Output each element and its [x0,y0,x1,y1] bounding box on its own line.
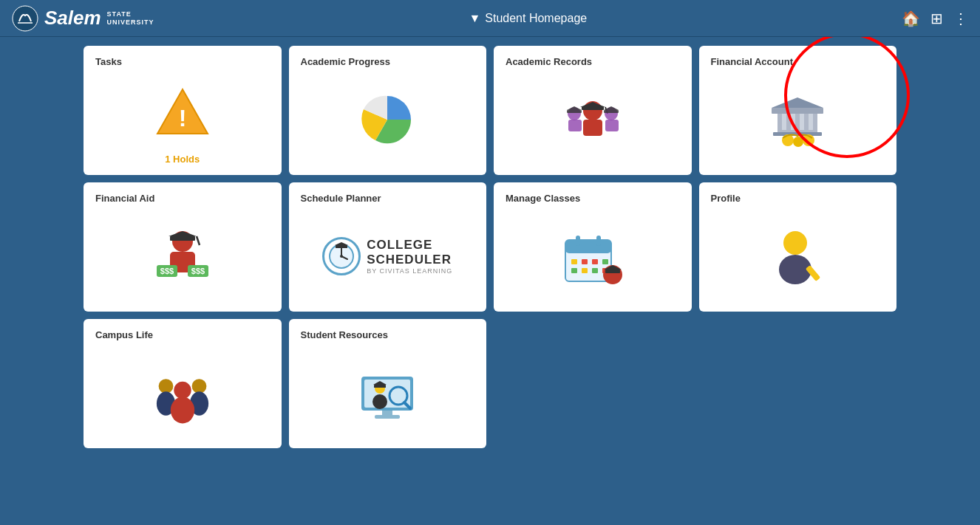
tile-academic-progress-icon-area [301,75,475,165]
svg-marker-11 [567,106,582,110]
svg-rect-10 [567,110,582,113]
svg-point-66 [171,397,194,423]
svg-rect-55 [605,270,620,273]
svg-rect-14 [604,110,619,113]
financial-aid-icon: $$$ $$$ [149,225,216,288]
tile-academic-records-icon-area [506,75,680,165]
tile-campus-life-title: Campus Life [95,329,153,340]
main-content: Tasks ! 1 Holds Academic Progress [0,37,980,525]
page-title: Student Homepage [485,12,587,25]
tile-financial-aid-icon-area: $$$ $$$ [95,211,270,301]
header-actions: 🏠 ⊞ ⋮ [902,10,968,27]
more-icon[interactable]: ⋮ [953,10,968,27]
tile-schedule-planner[interactable]: Schedule Planner [289,182,487,312]
tile-profile-icon-area [711,211,885,301]
tile-academic-records[interactable]: Academic Records [494,46,692,175]
tile-financial-account[interactable]: Financial Account [699,46,897,175]
svg-rect-45 [596,236,601,246]
holds-badge: 1 Holds [95,154,270,165]
svg-point-57 [783,231,807,255]
svg-marker-18 [772,97,823,108]
svg-point-65 [174,381,191,398]
profile-icon [764,227,831,286]
tile-profile-title: Profile [711,193,741,204]
svg-rect-52 [592,268,598,273]
tile-campus-life-icon-area [95,348,270,438]
svg-rect-20 [791,114,795,130]
svg-point-61 [158,379,173,394]
svg-rect-13 [605,120,619,131]
svg-marker-30 [169,231,197,236]
svg-rect-51 [582,268,588,273]
svg-point-0 [13,6,38,31]
tile-student-resources-title: Student Resources [301,329,388,340]
svg-point-72 [372,394,387,409]
scheduler-clock-icon [327,241,356,271]
svg-rect-48 [592,259,598,264]
grid-icon[interactable]: ⊞ [930,10,943,27]
svg-rect-49 [602,259,608,264]
app-container: Salem STATE UNIVERSITY ▼ Student Homepag… [0,0,980,525]
warning-icon: ! [153,83,212,143]
svg-rect-40 [336,245,347,248]
tile-tasks-icon-area: ! [95,75,270,151]
tile-profile[interactable]: Profile [699,182,897,312]
svg-rect-21 [800,114,804,130]
svg-text:$$$: $$$ [160,267,174,275]
svg-marker-41 [335,242,348,245]
svg-line-31 [197,236,200,245]
svg-rect-47 [582,259,588,264]
svg-text:$$$: $$$ [191,267,205,275]
tile-manage-classes-title: Manage Classes [506,193,580,204]
svg-rect-44 [576,236,580,246]
tile-financial-aid[interactable]: Financial Aid $$$ $$$ [84,182,282,312]
header-logo: Salem STATE UNIVERSITY [12,5,154,32]
svg-rect-19 [782,114,786,130]
manage-classes-icon [559,227,626,286]
logo-subtext: STATE UNIVERSITY [107,10,154,27]
student-resources-icon [354,362,421,425]
svg-rect-46 [571,259,577,264]
tile-tasks-title: Tasks [95,56,122,67]
tile-schedule-planner-icon-area: COLLEGE SCHEDULER BY CIVITAS LEARNING [301,211,475,301]
logo-text: Salem [44,7,101,30]
tile-academic-progress-title: Academic Progress [301,56,390,67]
salem-logo-icon [12,5,38,32]
tile-financial-account-icon-area [711,75,885,165]
pie-chart-icon [358,90,417,149]
tile-student-resources[interactable]: Student Resources [289,319,487,448]
dropdown-arrow: ▼ [469,12,480,25]
tile-financial-aid-title: Financial Aid [95,193,154,204]
academic-records-icon [559,90,626,149]
svg-point-39 [340,255,343,258]
header: Salem STATE UNIVERSITY ▼ Student Homepag… [0,0,980,37]
svg-point-63 [191,379,206,394]
svg-text:!: ! [178,105,186,131]
tile-campus-life[interactable]: Campus Life [84,319,282,448]
svg-rect-73 [374,385,386,388]
campus-life-icon [149,362,216,425]
svg-rect-43 [565,240,611,253]
svg-rect-50 [571,268,577,273]
header-title: ▼ Student Homepage [469,12,587,25]
tile-student-resources-icon-area [301,348,475,438]
tile-academic-records-title: Academic Records [506,56,592,67]
scheduler-text: SCHEDULER [367,253,452,267]
svg-rect-17 [772,108,823,114]
tiles-grid: Tasks ! 1 Holds Academic Progress [84,46,896,448]
svg-rect-22 [809,114,813,130]
tile-manage-classes[interactable]: Manage Classes [494,182,692,312]
tile-tasks[interactable]: Tasks ! 1 Holds [84,46,282,175]
financial-account-icon [764,90,831,149]
tile-academic-progress[interactable]: Academic Progress [289,46,487,175]
tile-schedule-planner-title: Schedule Planner [301,193,381,204]
college-scheduler-text: COLLEGE [367,238,452,253]
svg-rect-4 [583,120,602,136]
tile-manage-classes-icon-area [506,211,680,301]
svg-rect-29 [170,236,195,241]
by-civitas-text: BY CIVITAS LEARNING [367,267,452,275]
svg-rect-70 [375,415,400,419]
home-icon[interactable]: 🏠 [902,10,920,27]
svg-point-25 [793,137,803,147]
svg-rect-9 [568,120,582,131]
